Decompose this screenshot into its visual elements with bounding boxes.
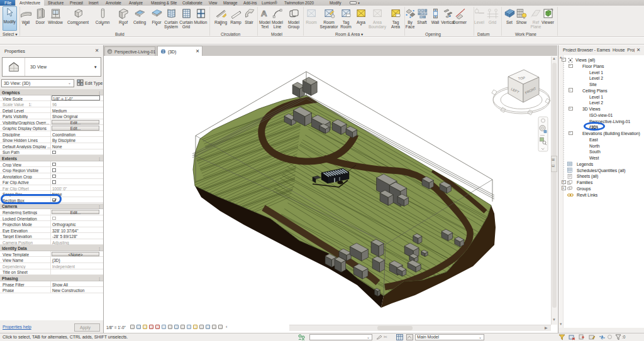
svg-text:TOP: TOP (518, 76, 525, 80)
svg-text:A: A (260, 9, 267, 18)
